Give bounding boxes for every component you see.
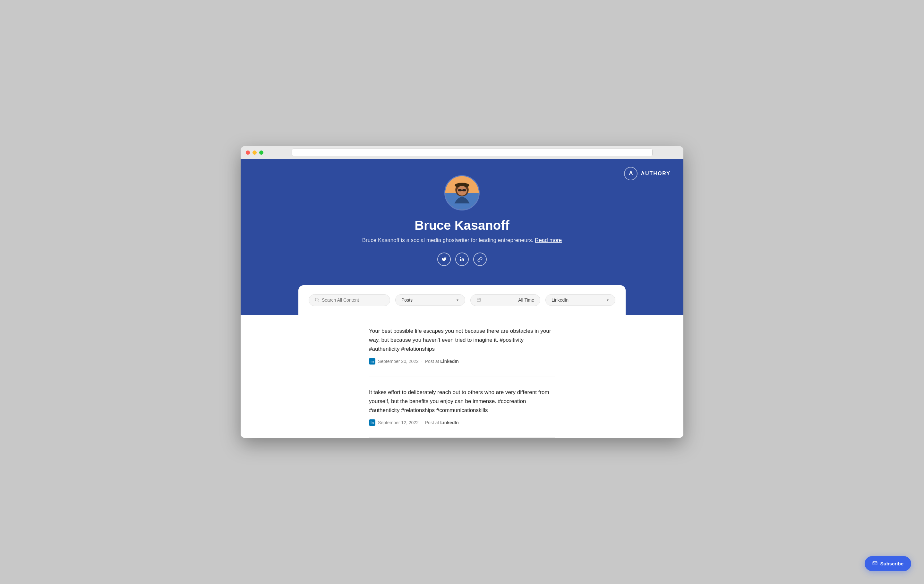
authory-logo-text: AUTHORY [641, 171, 670, 177]
post-item: Your best possible life escapes you not … [369, 315, 555, 376]
subscribe-label: Subscribe [880, 561, 903, 566]
browser-chrome [241, 146, 683, 159]
twitter-link[interactable] [437, 252, 451, 266]
meta-separator: · [421, 359, 422, 364]
copy-link-button[interactable] [473, 252, 487, 266]
filter-bar-wrap: Posts ▼ All Time LinkedIn ▼ [241, 285, 683, 315]
browser-address-bar[interactable] [292, 148, 653, 156]
search-filter[interactable] [309, 294, 390, 306]
read-more-link[interactable]: Read more [535, 237, 562, 243]
hero-name: Bruce Kasanoff [241, 218, 683, 233]
content-area: Your best possible life escapes you not … [241, 315, 683, 438]
post-meta: in September 20, 2022 · Post at LinkedIn [369, 358, 555, 365]
filter-bar: Posts ▼ All Time LinkedIn ▼ [299, 285, 625, 315]
svg-line-12 [318, 301, 319, 302]
date-filter[interactable]: All Time [470, 294, 540, 306]
browser-dot-minimize[interactable] [252, 150, 257, 155]
social-icons-group [241, 252, 683, 266]
authory-logo-icon: A [624, 167, 637, 180]
post-text: Your best possible life escapes you not … [369, 327, 555, 354]
browser-dot-maximize[interactable] [259, 150, 263, 155]
svg-rect-8 [462, 189, 466, 191]
avatar [444, 175, 480, 211]
linkedin-icon: in [369, 419, 375, 426]
calendar-icon [477, 297, 481, 303]
platform-filter-label: LinkedIn [551, 297, 569, 303]
platform-filter-chevron: ▼ [606, 299, 609, 302]
date-filter-label: All Time [518, 297, 534, 303]
browser-dot-close[interactable] [246, 150, 250, 155]
post-meta: in September 12, 2022 · Post at LinkedIn [369, 419, 555, 426]
svg-rect-7 [458, 189, 462, 191]
subscribe-button[interactable]: Subscribe [865, 556, 911, 571]
svg-point-11 [315, 298, 318, 301]
hero-section: A AUTHORY [241, 159, 683, 285]
linkedin-link[interactable] [455, 252, 469, 266]
search-input[interactable] [322, 297, 384, 303]
search-icon [315, 297, 319, 303]
post-platform-link[interactable]: Post at LinkedIn [425, 359, 459, 364]
post-platform-link[interactable]: Post at LinkedIn [425, 420, 459, 425]
authory-logo[interactable]: A AUTHORY [624, 167, 670, 180]
platform-filter[interactable]: LinkedIn ▼ [545, 294, 615, 306]
meta-separator: · [421, 420, 422, 425]
linkedin-icon: in [369, 358, 375, 365]
svg-rect-13 [477, 298, 480, 302]
type-filter[interactable]: Posts ▼ [395, 294, 465, 306]
hero-bio: Bruce Kasanoff is a social media ghostwr… [241, 237, 683, 244]
browser-window: A AUTHORY [241, 146, 683, 438]
post-date: September 12, 2022 [378, 420, 419, 425]
post-text: It takes effort to deliberately reach ou… [369, 388, 555, 415]
type-filter-label: Posts [401, 297, 412, 303]
svg-point-10 [460, 257, 461, 258]
post-date: September 20, 2022 [378, 359, 419, 364]
type-filter-chevron: ▼ [456, 299, 459, 302]
post-item: It takes effort to deliberately reach ou… [369, 376, 555, 438]
subscribe-icon [872, 561, 878, 567]
